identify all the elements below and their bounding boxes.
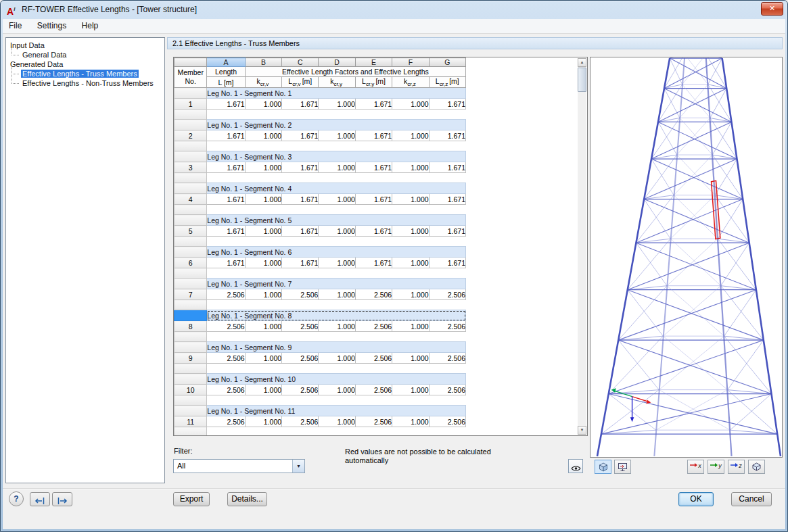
- segment-group-header[interactable]: Leg No. 1 - Segment No. 6: [207, 247, 466, 258]
- value-cell[interactable]: 2.506: [282, 289, 319, 300]
- value-cell[interactable]: 1.000: [245, 162, 281, 173]
- segment-group-header[interactable]: Leg No. 1 - Segment No. 10: [207, 374, 466, 385]
- nav-effective-lengths-non-truss[interactable]: Effective Lengths - Non-Truss Members: [10, 78, 164, 88]
- view-x-button[interactable]: x: [687, 460, 704, 474]
- value-cell[interactable]: 1.000: [245, 353, 281, 364]
- member-number[interactable]: 11: [175, 416, 207, 427]
- value-cell[interactable]: 1.000: [245, 258, 281, 268]
- value-cell[interactable]: 1.671: [429, 258, 465, 268]
- value-cell[interactable]: 2.506: [207, 385, 245, 395]
- nav-general-data[interactable]: General Data: [10, 50, 164, 59]
- value-cell[interactable]: 1.671: [429, 130, 465, 141]
- value-cell[interactable]: 1.000: [392, 289, 429, 300]
- value-cell[interactable]: 1.000: [392, 258, 429, 268]
- value-cell[interactable]: 2.506: [282, 321, 319, 332]
- value-cell[interactable]: 1.671: [355, 130, 392, 141]
- value-cell[interactable]: 2.506: [282, 353, 319, 364]
- value-cell[interactable]: 1.000: [319, 416, 355, 427]
- nav-generated-data[interactable]: Generated Data: [6, 59, 164, 69]
- value-cell[interactable]: 1.671: [282, 226, 319, 237]
- value-cell[interactable]: 1.000: [392, 416, 429, 427]
- value-cell[interactable]: 1.000: [392, 226, 429, 237]
- view-z-button[interactable]: z: [728, 460, 745, 474]
- segment-group-header[interactable]: Leg No. 1 - Segment No. 5: [207, 215, 466, 226]
- value-cell[interactable]: 1.000: [319, 194, 355, 205]
- column-header-a[interactable]: A: [207, 58, 245, 67]
- close-button[interactable]: ✕: [761, 2, 783, 16]
- member-number[interactable]: 6: [175, 258, 207, 268]
- value-cell[interactable]: 1.000: [319, 258, 355, 268]
- column-header-f[interactable]: F: [392, 58, 429, 67]
- value-cell[interactable]: 1.000: [319, 162, 355, 173]
- value-cell[interactable]: 1.671: [355, 258, 392, 268]
- value-cell[interactable]: 2.506: [207, 289, 245, 300]
- value-cell[interactable]: 2.506: [355, 321, 392, 332]
- segment-group-header[interactable]: Leg No. 1 - Segment No. 1: [207, 88, 466, 99]
- value-cell[interactable]: 2.506: [207, 353, 245, 364]
- value-cell[interactable]: 2.506: [429, 385, 465, 395]
- value-cell[interactable]: 1.671: [429, 194, 465, 205]
- value-cell[interactable]: 1.000: [319, 130, 355, 141]
- value-cell[interactable]: 1.000: [319, 289, 355, 300]
- member-number[interactable]: 1: [175, 99, 207, 110]
- value-cell[interactable]: 1.000: [319, 385, 355, 395]
- value-cell[interactable]: 1.000: [245, 226, 281, 237]
- view-y-button[interactable]: y: [708, 460, 724, 474]
- member-number[interactable]: 2: [175, 130, 207, 141]
- value-cell[interactable]: 2.506: [207, 321, 245, 332]
- value-cell[interactable]: 1.671: [207, 162, 245, 173]
- segment-group-header[interactable]: Leg No. 1 - Segment No. 3: [207, 151, 466, 162]
- value-cell[interactable]: 1.000: [245, 416, 281, 427]
- segment-group-header[interactable]: Leg No. 1 - Segment No. 11: [207, 406, 466, 416]
- member-number[interactable]: 7: [175, 289, 207, 300]
- value-cell[interactable]: 2.506: [207, 416, 245, 427]
- member-number[interactable]: 9: [175, 353, 207, 364]
- value-cell[interactable]: 1.671: [429, 162, 465, 173]
- scroll-down-icon[interactable]: ▼: [578, 426, 586, 435]
- member-row-header[interactable]: [175, 310, 207, 321]
- value-cell[interactable]: 2.506: [429, 416, 465, 427]
- value-cell[interactable]: 1.000: [392, 162, 429, 173]
- value-cell[interactable]: 1.000: [392, 353, 429, 364]
- view-result-button[interactable]: [568, 459, 583, 473]
- member-number[interactable]: 3: [175, 162, 207, 173]
- display-properties-button[interactable]: [614, 460, 631, 474]
- value-cell[interactable]: 1.671: [207, 194, 245, 205]
- export-button[interactable]: Export: [173, 492, 210, 506]
- value-cell[interactable]: 1.000: [245, 99, 281, 110]
- value-cell[interactable]: 1.671: [355, 194, 392, 205]
- value-cell[interactable]: 1.000: [319, 226, 355, 237]
- table-scrollbar[interactable]: ▲ ▼: [578, 58, 586, 435]
- column-header-e[interactable]: E: [355, 58, 392, 67]
- member-row-header[interactable]: [175, 88, 207, 99]
- member-row-header[interactable]: [175, 406, 207, 416]
- value-cell[interactable]: 1.671: [207, 99, 245, 110]
- nav-effective-lengths-truss[interactable]: Effective Lengths - Truss Members: [10, 69, 164, 78]
- details-button[interactable]: Details...: [227, 492, 267, 506]
- member-row-header[interactable]: [175, 342, 207, 353]
- value-cell[interactable]: 2.506: [355, 385, 392, 395]
- value-cell[interactable]: 1.671: [207, 258, 245, 268]
- menu-settings[interactable]: Settings: [31, 19, 72, 32]
- segment-group-header[interactable]: Leg No. 1 - Segment No. 9: [207, 342, 466, 353]
- member-number[interactable]: 5: [175, 226, 207, 237]
- value-cell[interactable]: 1.671: [207, 226, 245, 237]
- previous-table-button[interactable]: [30, 492, 50, 506]
- value-cell[interactable]: 1.671: [207, 130, 245, 141]
- value-cell[interactable]: 1.671: [355, 226, 392, 237]
- segment-group-header[interactable]: Leg No. 1 - Segment No. 8: [207, 310, 466, 321]
- scrollbar-thumb[interactable]: [578, 68, 586, 92]
- value-cell[interactable]: 1.000: [392, 321, 429, 332]
- value-cell[interactable]: 1.671: [355, 162, 392, 173]
- value-cell[interactable]: 1.000: [392, 385, 429, 395]
- value-cell[interactable]: 1.000: [392, 130, 429, 141]
- value-cell[interactable]: 1.000: [392, 194, 429, 205]
- member-row-header[interactable]: [175, 215, 207, 226]
- title-bar[interactable]: AI RF-TOWER Effective Lengths - [Tower s…: [0, 0, 788, 19]
- value-cell[interactable]: 1.000: [245, 289, 281, 300]
- nav-input-data[interactable]: Input Data: [6, 41, 164, 50]
- value-cell[interactable]: 1.000: [319, 99, 355, 110]
- highlighted-member[interactable]: [712, 180, 720, 239]
- help-button[interactable]: ?: [9, 491, 24, 506]
- value-cell[interactable]: 1.671: [282, 130, 319, 141]
